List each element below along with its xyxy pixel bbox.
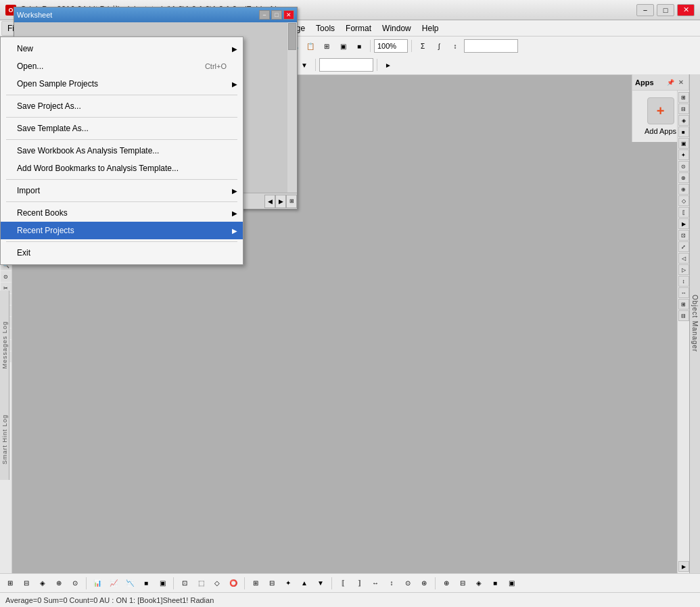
tb-btn-16[interactable]: ⊞ bbox=[319, 39, 334, 53]
ws-maximize-btn[interactable]: □ bbox=[271, 10, 282, 20]
ri-btn-19[interactable]: ⊞ bbox=[678, 299, 689, 310]
footer-icon[interactable]: ⊞ bbox=[286, 195, 297, 208]
add-apps-label[interactable]: Add Apps bbox=[645, 127, 676, 135]
menu-format[interactable]: Format bbox=[340, 21, 377, 36]
worksheet-title: Worksheet bbox=[17, 11, 52, 19]
bt-btn-23[interactable]: ↕ bbox=[384, 576, 399, 591]
ri-btn-13[interactable]: ⊡ bbox=[678, 230, 689, 241]
bt-btn-27[interactable]: ⊟ bbox=[455, 576, 470, 591]
ws-close-btn[interactable]: ✕ bbox=[283, 10, 294, 20]
ri-btn-5[interactable]: ▣ bbox=[678, 138, 689, 149]
tb2-btn-15[interactable]: ► bbox=[381, 57, 396, 72]
ri-btn-20[interactable]: ⊟ bbox=[678, 310, 689, 321]
close-button[interactable]: ✕ bbox=[677, 4, 695, 16]
bt-btn-4[interactable]: ⊕ bbox=[51, 576, 66, 591]
menu-save-workbook[interactable]: Save Workbook As Analysis Template... bbox=[1, 142, 243, 160]
bt-btn-30[interactable]: ▣ bbox=[504, 576, 519, 591]
lt-btn-18[interactable]: ⊙ bbox=[1, 271, 11, 282]
menu-add-bookmarks[interactable]: Add Word Bookmarks to Analysis Template.… bbox=[1, 160, 243, 177]
bt-btn-25[interactable]: ⊛ bbox=[417, 576, 431, 591]
ri-btn-16[interactable]: ▷ bbox=[678, 264, 689, 275]
ri-btn-9[interactable]: ⊕ bbox=[678, 184, 689, 195]
bt-btn-21[interactable]: ⟧ bbox=[352, 576, 367, 591]
ri-btn-6[interactable]: ✦ bbox=[678, 149, 689, 160]
bt-btn-29[interactable]: ■ bbox=[488, 576, 503, 591]
menu-open[interactable]: Open... Ctrl+O bbox=[1, 57, 243, 75]
bt-btn-11[interactable]: ⊡ bbox=[177, 576, 192, 591]
add-apps-icon[interactable]: + bbox=[647, 97, 674, 124]
bt-btn-20[interactable]: ⟦ bbox=[335, 576, 350, 591]
maximize-button[interactable]: □ bbox=[657, 4, 674, 16]
scroll-right-btn[interactable]: ▶ bbox=[275, 195, 286, 208]
ri-btn-14[interactable]: ⤢ bbox=[678, 241, 689, 252]
tb-btn-15[interactable]: 📋 bbox=[303, 39, 318, 53]
menu-exit[interactable]: Exit bbox=[1, 244, 243, 262]
bt-btn-2[interactable]: ⊟ bbox=[19, 576, 34, 591]
bt-btn-28[interactable]: ◈ bbox=[471, 576, 486, 591]
ri-btn-8[interactable]: ⊛ bbox=[678, 172, 689, 183]
tb-btn-21[interactable]: ↕ bbox=[448, 39, 463, 53]
new-submenu-arrow: ▶ bbox=[232, 45, 237, 53]
bt-btn-15[interactable]: ⊞ bbox=[248, 576, 263, 591]
ri-btn-4[interactable]: ■ bbox=[678, 126, 689, 137]
zoom-input[interactable] bbox=[374, 39, 408, 53]
scroll-left-btn[interactable]: ◀ bbox=[264, 195, 275, 208]
menu-import[interactable]: Import ▶ bbox=[1, 182, 243, 199]
bt-btn-18[interactable]: ▲ bbox=[297, 576, 312, 591]
formula-input[interactable] bbox=[464, 39, 518, 53]
tb2-btn-14[interactable]: ▼ bbox=[297, 57, 312, 72]
ri-btn-11[interactable]: ⟦ bbox=[678, 207, 689, 218]
bt-btn-22[interactable]: ↔ bbox=[368, 576, 383, 591]
tb-btn-20[interactable]: ∫ bbox=[431, 39, 446, 53]
menu-open-sample[interactable]: Open Sample Projects ▶ bbox=[1, 75, 243, 93]
worksheet-scrollbar-v[interactable] bbox=[287, 22, 297, 193]
bt-btn-7[interactable]: 📈 bbox=[106, 576, 121, 591]
ri-btn-12[interactable]: ▶ bbox=[678, 218, 689, 229]
tb-btn-19[interactable]: Σ bbox=[415, 39, 430, 53]
menu-tools[interactable]: Tools bbox=[310, 21, 340, 36]
object-manager-panel: Object Manager bbox=[689, 74, 700, 573]
bt-btn-16[interactable]: ⊟ bbox=[264, 576, 279, 591]
bt-btn-1[interactable]: ⊞ bbox=[3, 576, 18, 591]
bt-btn-24[interactable]: ⊙ bbox=[400, 576, 415, 591]
bt-btn-26[interactable]: ⊕ bbox=[439, 576, 454, 591]
recent-projects-arrow: ▶ bbox=[232, 227, 237, 235]
bt-btn-8[interactable]: 📉 bbox=[122, 576, 137, 591]
ri-btn-10[interactable]: ◇ bbox=[678, 195, 689, 206]
tb-btn-18[interactable]: ■ bbox=[352, 39, 367, 53]
ri-btn-3[interactable]: ◈ bbox=[678, 115, 689, 126]
bt-btn-14[interactable]: ⭕ bbox=[226, 576, 241, 591]
minimize-button[interactable]: − bbox=[636, 4, 654, 16]
bt-btn-10[interactable]: ▣ bbox=[155, 576, 170, 591]
menu-recent-projects[interactable]: Recent Projects ▶ bbox=[1, 222, 243, 239]
ws-minimize-btn[interactable]: − bbox=[259, 10, 270, 20]
bt-btn-12[interactable]: ⬚ bbox=[193, 576, 208, 591]
ri-btn-1[interactable]: ⊞ bbox=[678, 92, 689, 103]
ri-btn-15[interactable]: ◁ bbox=[678, 253, 689, 264]
bt-sep-4 bbox=[331, 577, 332, 589]
apps-pin-btn[interactable]: 📌 bbox=[666, 78, 675, 87]
bt-btn-3[interactable]: ◈ bbox=[35, 576, 50, 591]
menu-help[interactable]: Help bbox=[417, 21, 444, 36]
bt-btn-6[interactable]: 📊 bbox=[90, 576, 105, 591]
menu-new[interactable]: New ▶ bbox=[1, 40, 243, 57]
bt-btn-5[interactable]: ⊙ bbox=[68, 576, 83, 591]
menu-save-template-as[interactable]: Save Template As... bbox=[1, 120, 243, 137]
messages-log-sidebar: Messages Log bbox=[0, 291, 9, 399]
menu-recent-books[interactable]: Recent Books ▶ bbox=[1, 204, 243, 222]
status-text: Average=0 Sum=0 Count=0 AU : ON 1: [Book… bbox=[5, 596, 214, 604]
ri-btn-7[interactable]: ⊙ bbox=[678, 161, 689, 172]
bt-btn-9[interactable]: ■ bbox=[139, 576, 154, 591]
bt-btn-17[interactable]: ✦ bbox=[281, 576, 296, 591]
ri-arrow-btn[interactable]: ▶ bbox=[678, 561, 689, 572]
menu-window[interactable]: Window bbox=[377, 21, 417, 36]
apps-close-btn[interactable]: ✕ bbox=[676, 78, 686, 87]
bt-btn-13[interactable]: ◇ bbox=[210, 576, 225, 591]
tb-btn-17[interactable]: ▣ bbox=[335, 39, 350, 53]
ri-btn-18[interactable]: ↔ bbox=[678, 287, 689, 298]
cell-ref-input[interactable] bbox=[319, 58, 373, 72]
menu-save-project-as[interactable]: Save Project As... bbox=[1, 97, 243, 115]
ri-btn-2[interactable]: ⊟ bbox=[678, 103, 689, 114]
bt-btn-19[interactable]: ▼ bbox=[313, 576, 328, 591]
ri-btn-17[interactable]: ↕ bbox=[678, 276, 689, 287]
